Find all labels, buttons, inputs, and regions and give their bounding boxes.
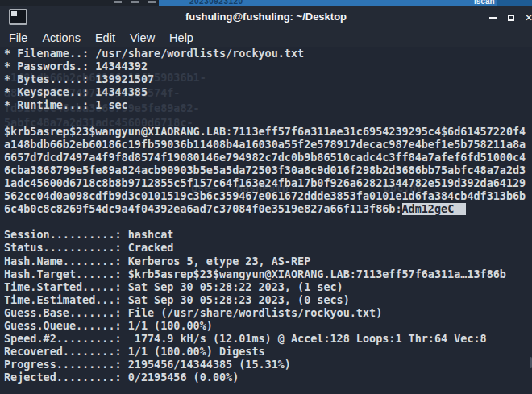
selected-password: Adm12geC [402, 203, 467, 215]
background-row-shade [497, 0, 532, 6]
background-date-text: 20230923120 [189, 0, 243, 6]
terminal-line: Guess.Base.......: File (/usr/share/word… [4, 307, 532, 320]
terminal-line: Speed.#2.........: 1774.9 kH/s (12.01ms)… [4, 333, 532, 346]
terminal-output[interactable]: a148bdb66b2cb60186c19fb59036b1-a8657d7dc… [0, 47, 532, 394]
desktop-screen: 20230923120 Iscan fushuling@fushuling: ~… [0, 0, 532, 394]
terminal-line: Session..........: hashcat [4, 229, 532, 242]
terminal-line: Time.Started.....: Sat Sep 30 05:28:22 2… [4, 281, 532, 294]
title-bar[interactable]: fushuling@fushuling: ~/Desktop ✕ [0, 6, 532, 29]
terminal-line: * Passwords.: 14344392 [4, 60, 532, 73]
maximize-button[interactable] [508, 15, 514, 21]
background-window-controls [114, 1, 156, 3]
background-close-icon [148, 1, 156, 3]
blank-line [4, 216, 532, 229]
terminal-line: a148bdb66b2eb60186c19fb59036b11408b4a160… [4, 139, 532, 151]
menu-item[interactable]: View [123, 29, 162, 47]
blank-line [4, 112, 532, 125]
background-minimize-icon [114, 1, 122, 3]
background-scan-text: Iscan [474, 0, 495, 6]
terminal-line: 1adc45600d6718c8b8b9712855c5f157c64f163e… [4, 177, 532, 190]
menu-bar: FileActionsEditViewHelp [0, 29, 532, 47]
menu-item[interactable]: Actions [35, 29, 88, 47]
terminal-line: Time.Estimated...: Sat Sep 30 05:28:23 2… [4, 294, 532, 307]
background-maximize-icon [131, 1, 139, 3]
terminal-line: Rejected.........: 0/2195456 (0.00%) [4, 371, 532, 384]
hash-tail-prefix: 6c4b0c8c8269f54dc9a4f04392ea6ad7c37084f0… [4, 203, 402, 215]
background-selected-row: 20230923120 Iscan [159, 0, 532, 6]
terminal-line: 6657d7dcd7497a4f9f8d8574f19080146e794982… [4, 151, 532, 164]
minimize-button[interactable] [489, 17, 497, 19]
background-window-strip: 20230923120 Iscan [0, 0, 532, 6]
close-button[interactable]: ✕ [525, 6, 532, 29]
session-status-block: Session..........: hashcatStatus........… [4, 229, 532, 384]
menu-item[interactable]: File [2, 29, 35, 47]
terminal-line: Status...........: Cracked [4, 242, 532, 255]
terminal-line: 562cc04d0a098cdfb9d3c0101519c3b6c359467e… [4, 190, 532, 203]
window-controls: ✕ [489, 6, 532, 29]
terminal-line: * Filename..: /usr/share/wordlists/rocky… [4, 48, 532, 60]
menu-item[interactable]: Help [162, 29, 201, 47]
terminal-line: $krb5asrep$23$wangyun@XIAORANG.LAB:7113e… [4, 126, 532, 139]
terminal-line: Recovered........: 1/1 (100.00%) Digests [4, 346, 532, 359]
terminal-line: Hash.Target......: $krb5asrep$23$wangyun… [4, 268, 532, 281]
terminal-line: Progress.........: 2195456/14344385 (15.… [4, 359, 532, 371]
wordlist-stats-block: * Filename..: /usr/share/wordlists/rocky… [4, 48, 532, 112]
terminal-line: 6cba3868799e5fe89a824acb90903b5e5a5da725… [4, 164, 532, 177]
terminal-line: * Runtime...: 1 sec [4, 99, 532, 112]
terminal-line: Hash.Name........: Kerberos 5, etype 23,… [4, 255, 532, 268]
cracked-hash-block: $krb5asrep$23$wangyun@XIAORANG.LAB:7113e… [4, 126, 532, 204]
terminal-line: * Bytes.....: 139921507 [4, 73, 532, 86]
hash-tail-line: 6c4b0c8c8269f54dc9a4f04392ea6ad7c37084f0… [4, 203, 532, 216]
terminal-line: * Keyspace..: 14344385 [4, 86, 532, 99]
menu-item[interactable]: Edit [88, 29, 123, 47]
window-title: fushuling@fushuling: ~/Desktop [0, 6, 532, 29]
terminal-line: Guess.Queue......: 1/1 (100.00%) [4, 320, 532, 333]
